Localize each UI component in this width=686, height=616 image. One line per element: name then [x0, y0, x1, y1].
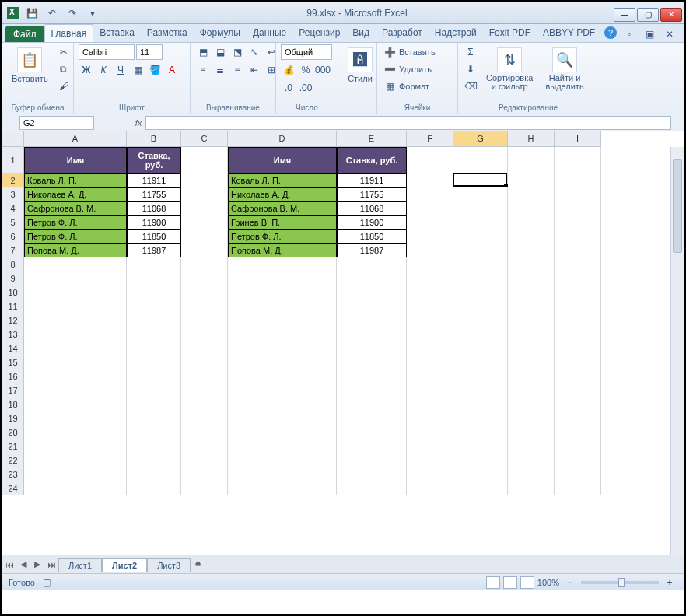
fx-icon[interactable]: fx	[131, 118, 145, 128]
cell[interactable]	[181, 327, 228, 341]
cell[interactable]	[228, 411, 337, 425]
data-cell[interactable]: Ставка, руб.	[337, 147, 407, 173]
data-cell[interactable]: 11755	[127, 187, 181, 201]
cell[interactable]	[555, 369, 601, 383]
data-cell[interactable]: 11911	[337, 173, 407, 187]
cell[interactable]	[127, 467, 181, 481]
row-header-12[interactable]: 12	[2, 313, 24, 327]
format-painter-icon[interactable]: 🖌	[56, 79, 72, 94]
cell[interactable]	[555, 243, 601, 257]
col-header-D[interactable]: D	[228, 131, 337, 147]
cell[interactable]	[337, 439, 407, 453]
cell[interactable]	[407, 327, 453, 341]
cell[interactable]	[555, 201, 601, 215]
cell[interactable]	[181, 481, 228, 495]
cell[interactable]	[508, 327, 555, 341]
cell[interactable]	[181, 229, 228, 243]
cell[interactable]	[508, 271, 555, 285]
align-top-icon[interactable]: ⬒	[195, 44, 211, 60]
cell[interactable]	[337, 411, 407, 425]
cell[interactable]	[508, 147, 555, 173]
delete-cells-button[interactable]: ➖Удалить	[382, 61, 432, 77]
cell[interactable]	[24, 327, 127, 341]
cell[interactable]	[407, 285, 453, 299]
doc-restore-icon[interactable]: ▣	[642, 26, 657, 42]
qat-more[interactable]: ▾	[85, 5, 100, 21]
cell[interactable]	[127, 369, 181, 383]
cell[interactable]	[407, 173, 453, 187]
cell[interactable]	[508, 313, 555, 327]
fill-icon[interactable]: ⬇	[463, 61, 478, 77]
cell[interactable]	[24, 411, 127, 425]
cell[interactable]	[508, 411, 555, 425]
cell[interactable]	[24, 271, 127, 285]
cell[interactable]	[127, 453, 181, 467]
insert-cells-button[interactable]: ➕Вставить	[382, 44, 436, 60]
row-header-14[interactable]: 14	[2, 341, 24, 355]
cell[interactable]	[555, 355, 601, 369]
cell[interactable]	[508, 257, 555, 271]
cell[interactable]	[181, 299, 228, 313]
cell[interactable]	[181, 383, 228, 397]
ribbon-tab-4[interactable]: Данные	[247, 24, 292, 42]
maximize-button[interactable]: ▢	[637, 8, 659, 22]
cell[interactable]	[555, 341, 601, 355]
select-all-corner[interactable]	[2, 131, 24, 147]
row-header-10[interactable]: 10	[2, 285, 24, 299]
cell[interactable]	[127, 383, 181, 397]
cell[interactable]	[453, 369, 508, 383]
row-header-18[interactable]: 18	[2, 397, 24, 411]
col-header-E[interactable]: E	[337, 131, 407, 147]
currency-icon[interactable]: 💰	[281, 62, 296, 78]
cell[interactable]	[228, 327, 337, 341]
sheet-nav-next[interactable]: ▶	[30, 558, 44, 572]
cell[interactable]	[407, 341, 453, 355]
col-header-F[interactable]: F	[407, 131, 453, 147]
cell[interactable]	[508, 453, 555, 467]
cell[interactable]	[127, 397, 181, 411]
cell[interactable]	[453, 327, 508, 341]
data-cell[interactable]: Коваль Л. П.	[24, 173, 127, 187]
new-sheet-icon[interactable]: ✸	[191, 558, 205, 572]
cell[interactable]	[181, 313, 228, 327]
cell[interactable]	[24, 397, 127, 411]
cell[interactable]	[24, 439, 127, 453]
comma-icon[interactable]: 000	[315, 62, 331, 78]
cell[interactable]	[181, 173, 228, 187]
scroll-thumb[interactable]	[673, 159, 682, 253]
cell[interactable]	[181, 369, 228, 383]
cell[interactable]	[181, 201, 228, 215]
cell[interactable]	[453, 201, 508, 215]
ribbon-tab-10[interactable]: ABBYY PDF	[537, 24, 601, 42]
cell[interactable]	[337, 453, 407, 467]
data-cell[interactable]: 11068	[127, 201, 181, 215]
data-cell[interactable]: Петров Ф. Л.	[24, 215, 127, 229]
cell[interactable]	[453, 215, 508, 229]
row-header-23[interactable]: 23	[2, 467, 24, 481]
align-center-icon[interactable]: ≣	[212, 62, 228, 78]
cell[interactable]	[24, 383, 127, 397]
row-header-19[interactable]: 19	[2, 411, 24, 425]
name-box[interactable]: G2	[19, 116, 94, 130]
ribbon-tab-1[interactable]: Вставка	[93, 24, 141, 42]
cell[interactable]	[24, 425, 127, 439]
row-header-2[interactable]: 2	[2, 173, 24, 187]
data-cell[interactable]: Николаев А. Д.	[228, 187, 337, 201]
row-header-3[interactable]: 3	[2, 187, 24, 201]
ribbon-tab-7[interactable]: Разработ	[376, 24, 429, 42]
cell[interactable]	[453, 257, 508, 271]
row-header-5[interactable]: 5	[2, 215, 24, 229]
data-cell[interactable]: Коваль Л. П.	[228, 173, 337, 187]
cell[interactable]	[555, 481, 601, 495]
cell[interactable]	[555, 285, 601, 299]
cell[interactable]	[407, 425, 453, 439]
file-tab[interactable]: Файл	[5, 26, 44, 42]
cell[interactable]	[453, 397, 508, 411]
cell[interactable]	[228, 341, 337, 355]
find-select-button[interactable]: 🔍 Найти и выделить	[541, 44, 588, 94]
data-cell[interactable]: 11987	[337, 243, 407, 257]
ribbon-tab-3[interactable]: Формулы	[194, 24, 247, 42]
cell[interactable]	[508, 229, 555, 243]
data-cell[interactable]: Попова М. Д.	[24, 243, 127, 257]
cell[interactable]	[228, 369, 337, 383]
